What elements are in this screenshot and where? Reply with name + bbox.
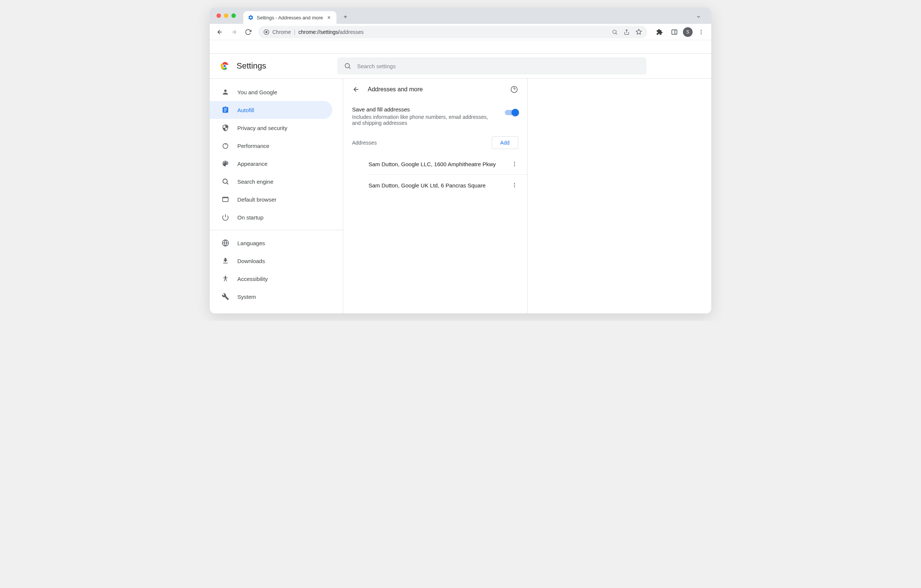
svg-marker-3	[636, 29, 641, 34]
maximize-window-button[interactable]	[231, 13, 236, 18]
site-info-icon[interactable]	[264, 29, 269, 35]
side-panel-icon[interactable]	[668, 26, 681, 38]
tab-title: Settings - Addresses and more	[257, 15, 323, 21]
sidebar-item-label: Languages	[238, 240, 265, 246]
address-list-item[interactable]: Sam Dutton, Google LLC, 1600 Amphitheatr…	[343, 153, 527, 174]
settings-sidebar: You and Google Autofill Privacy and secu…	[210, 79, 343, 313]
zoom-icon[interactable]	[612, 29, 618, 36]
profile-avatar[interactable]: S	[683, 27, 693, 37]
sidebar-item-languages[interactable]: Languages	[210, 234, 332, 252]
address-list-item[interactable]: Sam Dutton, Google UK Ltd, 6 Pancras Squ…	[343, 175, 527, 195]
add-address-button[interactable]: Add	[492, 136, 518, 149]
sidebar-item-label: Privacy and security	[238, 125, 287, 131]
palette-icon	[222, 160, 229, 167]
close-window-button[interactable]	[216, 13, 221, 18]
panel-header: Addresses and more	[343, 79, 527, 100]
sidebar-item-label: Downloads	[238, 258, 265, 264]
url-text: chrome://settings/addresses	[298, 29, 364, 36]
reload-button[interactable]	[242, 26, 254, 38]
svg-point-22	[514, 183, 515, 184]
sidebar-item-label: Default browser	[238, 196, 277, 203]
sidebar-item-performance[interactable]: Performance	[210, 137, 332, 155]
share-icon[interactable]	[623, 29, 630, 36]
settings-gear-icon	[248, 15, 254, 21]
sidebar-item-privacy[interactable]: Privacy and security	[210, 119, 332, 137]
sidebar-item-default-browser[interactable]: Default browser	[210, 191, 332, 208]
wrench-icon	[222, 293, 229, 300]
sidebar-item-appearance[interactable]: Appearance	[210, 155, 332, 173]
sidebar-item-on-startup[interactable]: On startup	[210, 208, 332, 226]
svg-point-14	[223, 179, 227, 183]
new-tab-button[interactable]	[340, 11, 351, 22]
settings-app-title: Settings	[237, 61, 266, 71]
svg-point-8	[701, 33, 702, 34]
person-icon	[222, 88, 229, 96]
search-settings-field[interactable]	[337, 57, 646, 75]
settings-header: Settings	[210, 53, 711, 79]
search-settings-input[interactable]	[357, 63, 640, 69]
sidebar-item-label: On startup	[238, 214, 264, 221]
power-icon	[222, 213, 229, 221]
save-fill-toggle[interactable]	[505, 110, 518, 115]
sidebar-item-label: Autofill	[238, 107, 254, 113]
sidebar-item-downloads[interactable]: Downloads	[210, 252, 332, 270]
sidebar-item-label: Appearance	[238, 161, 267, 167]
back-button[interactable]	[213, 26, 226, 38]
sidebar-divider	[210, 230, 343, 230]
sidebar-item-label: Search engine	[238, 179, 273, 185]
sidebar-item-accessibility[interactable]: Accessibility	[210, 270, 332, 288]
sidebar-item-label: Accessibility	[238, 276, 268, 282]
url-scheme: Chrome	[272, 29, 291, 35]
svg-point-10	[223, 65, 226, 67]
close-tab-button[interactable]	[326, 15, 332, 21]
svg-point-19	[514, 162, 515, 163]
browser-tab[interactable]: Settings - Addresses and more	[243, 11, 337, 24]
bookmark-star-icon[interactable]	[635, 29, 642, 36]
browser-window: Settings - Addresses and more	[210, 7, 711, 313]
svg-point-6	[701, 30, 702, 31]
shield-icon	[222, 124, 229, 132]
svg-point-7	[701, 31, 702, 33]
speedometer-icon	[222, 142, 229, 150]
sidebar-item-you-and-google[interactable]: You and Google	[210, 83, 332, 101]
address-text: Sam Dutton, Google UK Ltd, 6 Pancras Squ…	[368, 182, 485, 189]
svg-point-20	[514, 164, 515, 165]
search-icon	[344, 62, 351, 70]
window-controls	[213, 13, 236, 18]
settings-content: You and Google Autofill Privacy and secu…	[210, 79, 711, 313]
extensions-icon[interactable]	[653, 26, 666, 38]
forward-button[interactable]	[228, 26, 240, 38]
addresses-section-title: Addresses	[352, 140, 377, 146]
save-fill-description: Includes information like phone numbers,…	[352, 114, 497, 126]
sidebar-item-label: You and Google	[238, 89, 277, 95]
svg-point-13	[223, 143, 228, 148]
download-icon	[222, 257, 229, 265]
sidebar-item-search-engine[interactable]: Search engine	[210, 173, 332, 191]
sidebar-item-label: Performance	[238, 143, 269, 149]
svg-point-23	[514, 185, 515, 186]
browser-toolbar: Chrome | chrome://settings/addresses	[210, 24, 711, 40]
sidebar-item-system[interactable]: System	[210, 288, 332, 306]
more-actions-icon[interactable]	[511, 160, 518, 168]
svg-point-12	[345, 64, 350, 68]
svg-point-1	[265, 31, 267, 33]
help-icon[interactable]	[510, 85, 518, 93]
sidebar-item-autofill[interactable]: Autofill	[210, 101, 332, 119]
panel-back-button[interactable]	[352, 85, 360, 93]
clipboard-icon	[222, 106, 229, 114]
svg-point-21	[514, 165, 515, 166]
address-bar[interactable]: Chrome | chrome://settings/addresses	[258, 26, 647, 38]
sidebar-item-label: System	[238, 294, 256, 300]
addresses-section-header: Addresses Add	[343, 132, 527, 153]
save-fill-title: Save and fill addresses	[352, 106, 497, 112]
tab-search-dropdown[interactable]	[693, 11, 704, 22]
panel-title: Addresses and more	[368, 86, 423, 93]
more-actions-icon[interactable]	[511, 181, 518, 189]
tab-strip: Settings - Addresses and more	[210, 7, 711, 24]
chrome-menu-icon[interactable]	[695, 26, 708, 38]
settings-main-panel: Addresses and more Save and fill address…	[343, 79, 527, 313]
address-text: Sam Dutton, Google LLC, 1600 Amphitheatr…	[368, 161, 496, 167]
minimize-window-button[interactable]	[224, 13, 228, 18]
svg-point-2	[613, 30, 616, 33]
save-fill-addresses-row: Save and fill addresses Includes informa…	[343, 100, 527, 132]
